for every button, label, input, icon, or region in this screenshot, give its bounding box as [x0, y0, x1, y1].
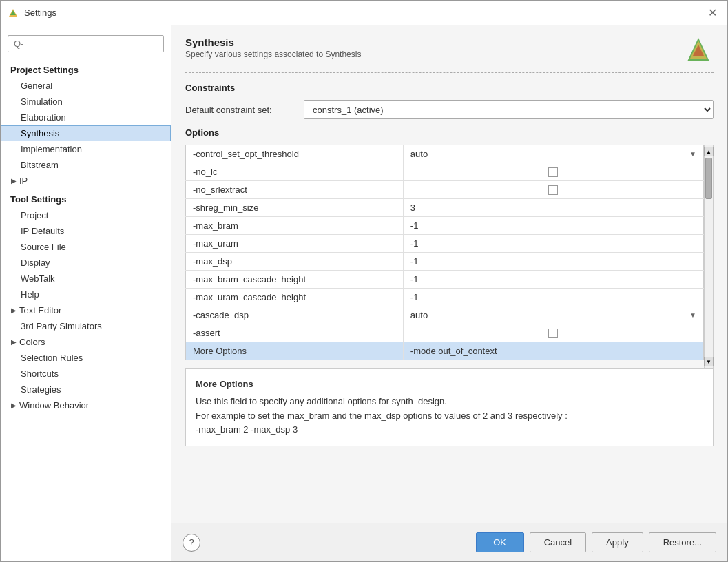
search-input[interactable]	[8, 35, 164, 52]
sidebar-item-ip[interactable]: ▶ IP	[1, 173, 171, 189]
options-scroll: -control_set_opt_threshold auto ▼	[185, 145, 704, 368]
more-options-line-3: -max_bram 2 -max_dsp 3	[196, 423, 703, 437]
app-icon	[8, 8, 19, 19]
opt-value-4: -1	[403, 217, 703, 235]
table-row: -max_bram -1	[186, 217, 704, 235]
checkbox-1[interactable]	[548, 167, 558, 177]
checkbox-10[interactable]	[548, 329, 558, 338]
settings-window: Settings ✕ Project Settings General Simu…	[0, 0, 728, 562]
sidebar-item-project[interactable]: Project	[1, 207, 171, 223]
opt-name-2: -no_srlextract	[186, 181, 404, 199]
opt-name-6: -max_dsp	[186, 253, 404, 271]
titlebar: Settings ✕	[1, 1, 727, 25]
table-row: -control_set_opt_threshold auto ▼	[186, 145, 704, 163]
options-scrollbar[interactable]: ▲ ▼	[704, 145, 714, 368]
sidebar-item-implementation[interactable]: Implementation	[1, 141, 171, 157]
project-settings-label: Project Settings	[1, 62, 171, 78]
sidebar-item-simulation[interactable]: Simulation	[1, 94, 171, 110]
sidebar-item-text-editor[interactable]: ▶ Text Editor	[1, 302, 171, 318]
opt-value-7: -1	[403, 271, 703, 289]
sidebar-item-display[interactable]: Display	[1, 255, 171, 271]
more-options-line-1: Use this field to specify any additional…	[196, 395, 703, 409]
constraint-row: Default constraint set: constrs_1 (activ…	[185, 100, 714, 119]
sidebar-item-colors[interactable]: ▶ Colors	[1, 334, 171, 350]
opt-value-10	[403, 324, 703, 342]
opt-name-10: -assert	[186, 324, 404, 342]
sidebar-item-webtalk[interactable]: WebTalk	[1, 271, 171, 287]
opt-value-0: auto ▼	[403, 145, 703, 163]
help-button[interactable]: ?	[183, 534, 200, 552]
more-options-line-2: For example to set the max_bram and the …	[196, 409, 703, 424]
dropdown-cell-0: auto ▼	[410, 149, 696, 159]
sidebar-item-help[interactable]: Help	[1, 287, 171, 302]
apply-button[interactable]: Apply	[592, 532, 643, 552]
scroll-down-button[interactable]: ▼	[704, 357, 714, 366]
sidebar-item-3rd-party[interactable]: 3rd Party Simulators	[1, 318, 171, 334]
sidebar-item-ip-defaults[interactable]: IP Defaults	[1, 223, 171, 239]
dropdown-arrow-0[interactable]: ▼	[689, 150, 696, 158]
tool-settings-label: Tool Settings	[1, 191, 171, 207]
opt-name-1: -no_lc	[186, 163, 404, 181]
table-row: -max_uram -1	[186, 235, 704, 253]
panel-header: Synthesis Specify various settings assoc…	[185, 37, 714, 67]
vivado-logo	[683, 37, 714, 67]
constraint-set-select[interactable]: constrs_1 (active)	[304, 100, 714, 119]
checkbox-2[interactable]	[548, 185, 558, 195]
constraints-section-title: Constraints	[185, 83, 714, 93]
options-wrapper: -control_set_opt_threshold auto ▼	[185, 145, 714, 368]
scroll-thumb[interactable]	[705, 158, 712, 199]
more-options-description-box: More Options Use this field to specify a…	[185, 368, 714, 446]
table-row: -assert	[186, 324, 704, 342]
sidebar-item-selection-rules[interactable]: Selection Rules	[1, 350, 171, 366]
options-table: -control_set_opt_threshold auto ▼	[185, 145, 704, 360]
opt-name-0: -control_set_opt_threshold	[186, 145, 404, 163]
ip-arrow-icon: ▶	[11, 177, 17, 185]
table-row: -no_srlextract	[186, 181, 704, 199]
footer-right: OK Cancel Apply Restore...	[476, 532, 716, 552]
sidebar-item-elaboration[interactable]: Elaboration	[1, 110, 171, 125]
opt-value-1	[403, 163, 703, 181]
checkbox-cell-1	[410, 167, 696, 177]
sidebar-item-source-file[interactable]: Source File	[1, 239, 171, 255]
opt-name-11: More Options	[186, 342, 404, 360]
table-row: -cascade_dsp auto ▼	[186, 306, 704, 324]
footer: ? OK Cancel Apply Restore...	[171, 523, 727, 561]
colors-arrow-icon: ▶	[11, 338, 17, 346]
main-content: Project Settings General Simulation Elab…	[1, 25, 727, 561]
table-row: -max_uram_cascade_height -1	[186, 289, 704, 306]
content-panel: Synthesis Specify various settings assoc…	[171, 25, 727, 523]
opt-value-8: -1	[403, 289, 703, 306]
sidebar-item-general[interactable]: General	[1, 78, 171, 94]
titlebar-left: Settings	[8, 8, 56, 19]
table-row-more-options: More Options	[186, 342, 704, 360]
footer-left: ?	[183, 534, 200, 552]
header-divider	[185, 72, 714, 73]
dropdown-arrow-9[interactable]: ▼	[689, 311, 696, 319]
panel-subtitle: Specify various settings associated to S…	[185, 50, 361, 59]
sidebar-item-shortcuts[interactable]: Shortcuts	[1, 366, 171, 382]
panel-header-text: Synthesis Specify various settings assoc…	[185, 37, 361, 59]
text-editor-arrow-icon: ▶	[11, 306, 17, 314]
sidebar-item-bitstream[interactable]: Bitstream	[1, 157, 171, 173]
opt-name-9: -cascade_dsp	[186, 306, 404, 324]
more-options-box-title: More Options	[196, 377, 703, 392]
opt-name-7: -max_bram_cascade_height	[186, 271, 404, 289]
opt-name-5: -max_uram	[186, 235, 404, 253]
opt-name-8: -max_uram_cascade_height	[186, 289, 404, 306]
opt-value-11	[403, 342, 703, 360]
ok-button[interactable]: OK	[476, 532, 524, 552]
restore-button[interactable]: Restore...	[649, 532, 716, 552]
more-options-input[interactable]	[410, 346, 696, 356]
content-area: Synthesis Specify various settings assoc…	[171, 25, 727, 561]
window-title: Settings	[24, 8, 56, 18]
cancel-button[interactable]: Cancel	[530, 532, 586, 552]
opt-value-3: 3	[403, 199, 703, 217]
scroll-up-button[interactable]: ▲	[704, 147, 714, 156]
sidebar: Project Settings General Simulation Elab…	[1, 25, 171, 561]
sidebar-item-window-behavior[interactable]: ▶ Window Behavior	[1, 397, 171, 413]
sidebar-item-strategies[interactable]: Strategies	[1, 382, 171, 397]
close-button[interactable]: ✕	[704, 5, 720, 21]
sidebar-item-synthesis[interactable]: Synthesis	[1, 125, 171, 141]
table-row: -max_bram_cascade_height -1	[186, 271, 704, 289]
opt-name-4: -max_bram	[186, 217, 404, 235]
